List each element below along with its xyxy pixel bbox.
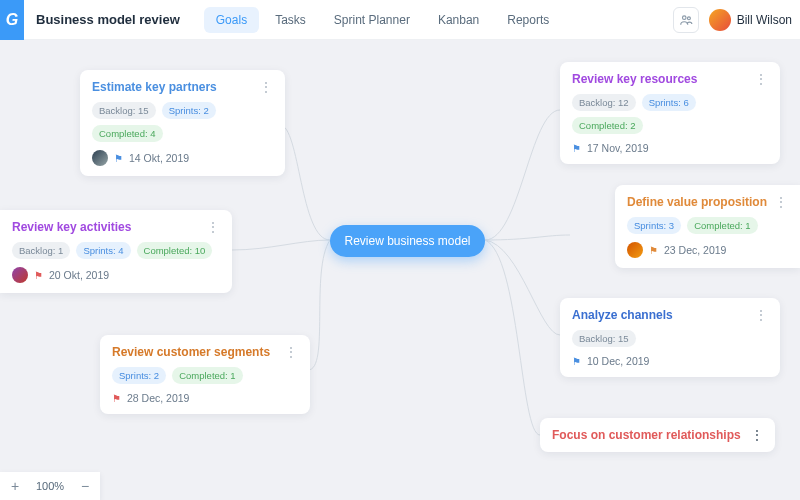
flag-icon: ⚑ bbox=[34, 270, 43, 281]
card-value-proposition[interactable]: Define value proposition ⋮ Sprints: 3 Co… bbox=[615, 185, 800, 268]
page-title: Business model review bbox=[36, 12, 180, 27]
more-icon[interactable]: ⋮ bbox=[284, 347, 298, 357]
svg-point-1 bbox=[687, 16, 690, 19]
card-date: 28 Dec, 2019 bbox=[127, 392, 189, 404]
card-date: 20 Okt, 2019 bbox=[49, 269, 109, 281]
more-icon[interactable]: ⋮ bbox=[774, 197, 788, 207]
card-title: Define value proposition bbox=[627, 195, 767, 209]
topbar: G Business model review Goals Tasks Spri… bbox=[0, 0, 800, 40]
user-name: Bill Wilson bbox=[737, 13, 792, 27]
badge-completed: Completed: 2 bbox=[572, 117, 643, 134]
tab-tasks[interactable]: Tasks bbox=[263, 7, 318, 33]
flag-icon: ⚑ bbox=[112, 393, 121, 404]
center-node-label: Review business model bbox=[344, 234, 470, 248]
flag-icon: ⚑ bbox=[114, 153, 123, 164]
flag-icon: ⚑ bbox=[572, 356, 581, 367]
zoom-control: + 100% − bbox=[0, 472, 100, 500]
center-node[interactable]: Review business model bbox=[330, 225, 485, 257]
card-key-resources[interactable]: Review key resources ⋮ Backlog: 12 Sprin… bbox=[560, 62, 780, 164]
assignee-avatar bbox=[92, 150, 108, 166]
card-date: 10 Dec, 2019 bbox=[587, 355, 649, 367]
badge-completed: Completed: 1 bbox=[687, 217, 758, 234]
badge-backlog: Backlog: 1 bbox=[12, 242, 70, 259]
zoom-out-button[interactable]: − bbox=[70, 472, 100, 500]
more-icon[interactable]: ⋮ bbox=[751, 428, 763, 442]
flag-icon: ⚑ bbox=[572, 143, 581, 154]
app-logo[interactable]: G bbox=[0, 0, 24, 40]
tab-reports[interactable]: Reports bbox=[495, 7, 561, 33]
badge-sprints: Sprints: 2 bbox=[162, 102, 216, 119]
badge-sprints: Sprints: 4 bbox=[76, 242, 130, 259]
assignee-avatar bbox=[12, 267, 28, 283]
card-title: Focus on customer relationships bbox=[552, 428, 741, 442]
more-icon[interactable]: ⋮ bbox=[259, 82, 273, 92]
card-title: Analyze channels bbox=[572, 308, 673, 322]
zoom-in-button[interactable]: + bbox=[0, 472, 30, 500]
badge-sprints: Sprints: 2 bbox=[112, 367, 166, 384]
user-menu[interactable]: Bill Wilson bbox=[709, 9, 792, 31]
badge-backlog: Backlog: 15 bbox=[92, 102, 156, 119]
tabs: Goals Tasks Sprint Planner Kanban Report… bbox=[204, 7, 562, 33]
badge-completed: Completed: 1 bbox=[172, 367, 243, 384]
card-key-activities[interactable]: Review key activities ⋮ Backlog: 1 Sprin… bbox=[0, 210, 232, 293]
more-icon[interactable]: ⋮ bbox=[754, 310, 768, 320]
card-date: 23 Dec, 2019 bbox=[664, 244, 726, 256]
mindmap-canvas[interactable]: Review business model Estimate key partn… bbox=[0, 40, 800, 500]
flag-icon: ⚑ bbox=[649, 245, 658, 256]
tab-kanban[interactable]: Kanban bbox=[426, 7, 491, 33]
card-title: Review customer segments bbox=[112, 345, 270, 359]
avatar bbox=[709, 9, 731, 31]
team-icon[interactable] bbox=[673, 7, 699, 33]
badge-backlog: Backlog: 12 bbox=[572, 94, 636, 111]
card-customer-relationships[interactable]: Focus on customer relationships ⋮ bbox=[540, 418, 775, 452]
card-analyze-channels[interactable]: Analyze channels ⋮ Backlog: 15 ⚑ 10 Dec,… bbox=[560, 298, 780, 377]
badge-backlog: Backlog: 15 bbox=[572, 330, 636, 347]
card-title: Review key resources bbox=[572, 72, 697, 86]
zoom-level: 100% bbox=[30, 480, 70, 492]
tab-sprint-planner[interactable]: Sprint Planner bbox=[322, 7, 422, 33]
svg-point-0 bbox=[682, 15, 686, 18]
badge-completed: Completed: 4 bbox=[92, 125, 163, 142]
tab-goals[interactable]: Goals bbox=[204, 7, 259, 33]
card-date: 17 Nov, 2019 bbox=[587, 142, 649, 154]
more-icon[interactable]: ⋮ bbox=[206, 222, 220, 232]
card-estimate-partners[interactable]: Estimate key partners ⋮ Backlog: 15 Spri… bbox=[80, 70, 285, 176]
card-title: Review key activities bbox=[12, 220, 131, 234]
more-icon[interactable]: ⋮ bbox=[754, 74, 768, 84]
badge-sprints: Sprints: 6 bbox=[642, 94, 696, 111]
badge-sprints: Sprints: 3 bbox=[627, 217, 681, 234]
card-title: Estimate key partners bbox=[92, 80, 217, 94]
card-customer-segments[interactable]: Review customer segments ⋮ Sprints: 2 Co… bbox=[100, 335, 310, 414]
assignee-avatar bbox=[627, 242, 643, 258]
card-date: 14 Okt, 2019 bbox=[129, 152, 189, 164]
badge-completed: Completed: 10 bbox=[137, 242, 213, 259]
